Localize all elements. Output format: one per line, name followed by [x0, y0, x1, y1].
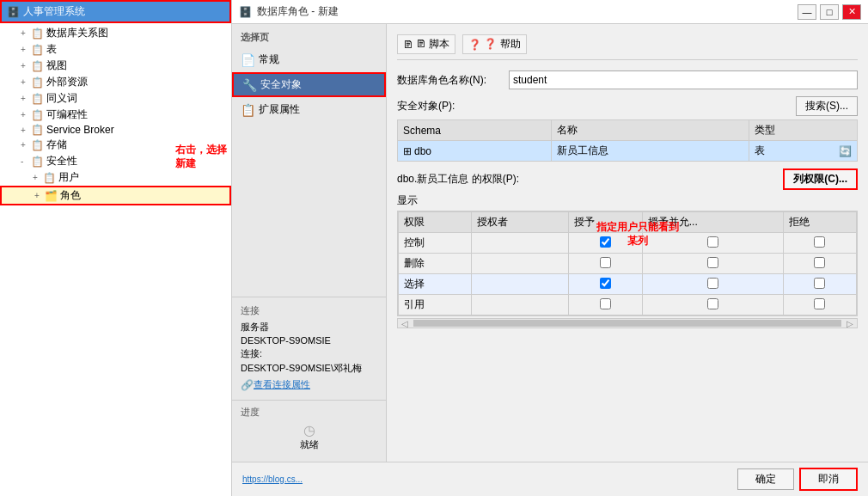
annotation-new: 右击，选择新建: [175, 144, 227, 170]
column-permissions-button[interactable]: 列权限(C)...: [783, 168, 858, 190]
perm-row-select[interactable]: 选择: [399, 274, 857, 295]
connection-label-row: 连接:: [241, 347, 377, 360]
section-header: 安全对象(P): 搜索(S)...: [397, 96, 858, 116]
expand-icon: +: [21, 126, 31, 135]
cell-schema: ⊞ dbo: [398, 141, 552, 162]
chooser-header: 选择页: [232, 29, 386, 47]
script-icon: 🖹: [403, 39, 413, 51]
col-schema: Schema: [398, 120, 552, 141]
bottom-link[interactable]: https://blog.cs...: [242, 475, 303, 484]
cancel-button[interactable]: 即消: [799, 468, 858, 491]
close-button[interactable]: ✕: [842, 4, 861, 20]
progress-spinner: ◷: [241, 422, 377, 438]
perm-grant[interactable]: [569, 274, 642, 295]
connection-value: DESKTOP-S9OMSIE\邓礼梅: [241, 362, 377, 375]
connection-header: 连接: [241, 304, 377, 317]
perm-row-delete[interactable]: 删除: [399, 254, 857, 274]
chooser-label-extended: 扩展属性: [259, 102, 300, 117]
grid-icon: ⊞: [403, 145, 412, 157]
expand-icon: -: [21, 156, 31, 166]
folder-icon: 📋: [31, 139, 44, 151]
folder-icon: 📋: [31, 28, 44, 40]
expand-icon: +: [21, 94, 31, 103]
permissions-label: dbo.新员工信息 的权限(P):: [397, 172, 519, 187]
deny-checkbox[interactable]: [814, 236, 825, 248]
tree-item-external[interactable]: + 📋 外部资源: [0, 74, 231, 90]
role-name-label: 数据库角色名称(N):: [397, 73, 509, 88]
ok-button[interactable]: 确定: [737, 468, 794, 490]
right-panel: 🗄️ 数据库角色 - 新建 — □ ✕ 选择页 📄 常规 🔧 安全对象 📋: [232, 0, 868, 496]
h-scrollbar[interactable]: ◁ ▷: [397, 318, 858, 328]
perm-deny[interactable]: [783, 233, 856, 254]
table-row[interactable]: ⊞ dbo 新员工信息 表 🔄: [398, 141, 858, 162]
toolbar: 🖹 🖹 脚本 ❓ ❓ 帮助: [397, 34, 858, 60]
col-type: 类型: [749, 120, 858, 141]
title-bar-buttons: — □ ✕: [798, 4, 861, 20]
grant-checkbox[interactable]: [600, 257, 611, 268]
perm-row-reference[interactable]: 引用: [399, 295, 857, 315]
left-panel: 🗄️ 人事管理系统 + 📋 数据库关系图 + 📋 表 + 📋 视图 + 📋 外部…: [0, 0, 232, 496]
perm-deny[interactable]: [783, 295, 856, 315]
grant-checkbox[interactable]: [600, 298, 611, 309]
security-objects-label: 安全对象(P):: [397, 99, 455, 113]
folder-icon: 📋: [43, 172, 56, 184]
tree-item-db-diagram[interactable]: + 📋 数据库关系图: [0, 25, 231, 41]
tree-item-service-broker[interactable]: + 📋 Service Broker: [0, 123, 231, 137]
script-button[interactable]: 🖹 🖹 脚本: [397, 34, 455, 54]
perm-grantor: [472, 254, 569, 274]
expand-icon: +: [21, 77, 31, 87]
perm-grant-with[interactable]: [642, 274, 783, 295]
grant-checkbox[interactable]: [600, 278, 611, 289]
deny-checkbox[interactable]: [814, 298, 825, 309]
tree-item-tables[interactable]: + 📋 表: [0, 41, 231, 58]
script-label: 🖹 脚本: [416, 37, 449, 52]
folder-icon: 📋: [31, 124, 44, 136]
tree-item-programmable[interactable]: + 📋 可编程性: [0, 107, 231, 123]
role-name-input[interactable]: [509, 70, 858, 89]
dialog-title: 数据库角色 - 新建: [257, 4, 339, 19]
folder-icon: 📋: [31, 93, 44, 105]
perm-name: 引用: [399, 295, 472, 315]
tree-item-roles[interactable]: + 🗂️ 角色: [0, 186, 231, 205]
deny-checkbox[interactable]: [814, 278, 825, 289]
tree-item-users[interactable]: + 📋 用户: [0, 169, 231, 186]
expand-icon: +: [34, 191, 45, 200]
connection-link[interactable]: 查看连接属性: [254, 378, 310, 391]
expand-icon: +: [21, 140, 31, 150]
expand-icon: +: [21, 110, 31, 119]
grant-with-checkbox[interactable]: [707, 236, 718, 248]
tree-item-views[interactable]: + 📋 视图: [0, 58, 231, 74]
tree-item-synonyms[interactable]: + 📋 同义词: [0, 90, 231, 107]
deny-checkbox[interactable]: [814, 257, 825, 268]
grant-with-checkbox[interactable]: [707, 298, 718, 309]
perm-deny[interactable]: [783, 274, 856, 295]
perm-grant-with[interactable]: [642, 295, 783, 315]
db-title: 🗄️ 人事管理系统: [0, 0, 231, 23]
connection-link-icon: 🔗: [241, 379, 254, 391]
chooser-panel: 选择页 📄 常规 🔧 安全对象 📋 扩展属性 连接 服务器: [232, 24, 387, 462]
chooser-item-security-objects[interactable]: 🔧 安全对象: [232, 72, 386, 97]
perm-grant[interactable]: [569, 295, 642, 315]
maximize-button[interactable]: □: [820, 4, 839, 20]
permissions-header: dbo.新员工信息 的权限(P): 列权限(C)...: [397, 168, 858, 190]
chooser-item-general[interactable]: 📄 常规: [232, 49, 386, 70]
progress-section: 进度 ◷ 就绪: [232, 400, 386, 456]
help-button[interactable]: ❓ ❓ 帮助: [462, 34, 526, 54]
perm-grant[interactable]: [569, 254, 642, 274]
grant-with-checkbox[interactable]: [707, 278, 718, 289]
help-label: ❓ 帮助: [484, 37, 520, 52]
dialog-title-bar: 🗄️ 数据库角色 - 新建 — □ ✕: [232, 0, 868, 24]
perm-grant-with[interactable]: [642, 254, 783, 274]
perm-deny[interactable]: [783, 254, 856, 274]
chooser-item-extended[interactable]: 📋 扩展属性: [232, 99, 386, 120]
security-objects-icon: 🔧: [242, 78, 257, 92]
minimize-button[interactable]: —: [798, 4, 816, 20]
search-button[interactable]: 搜索(S)...: [796, 96, 858, 116]
dialog-body: 选择页 📄 常规 🔧 安全对象 📋 扩展属性 连接 服务器: [232, 24, 868, 462]
grant-with-checkbox[interactable]: [707, 257, 718, 268]
col-perm: 权限: [399, 212, 472, 233]
refresh-icon[interactable]: 🔄: [839, 145, 852, 157]
bottom-bar: https://blog.cs... 确定 即消: [232, 462, 868, 496]
permissions-section: dbo.新员工信息 的权限(P): 列权限(C)... 指定用户只能看到某列 显…: [397, 168, 858, 328]
col-name: 名称: [552, 120, 749, 141]
